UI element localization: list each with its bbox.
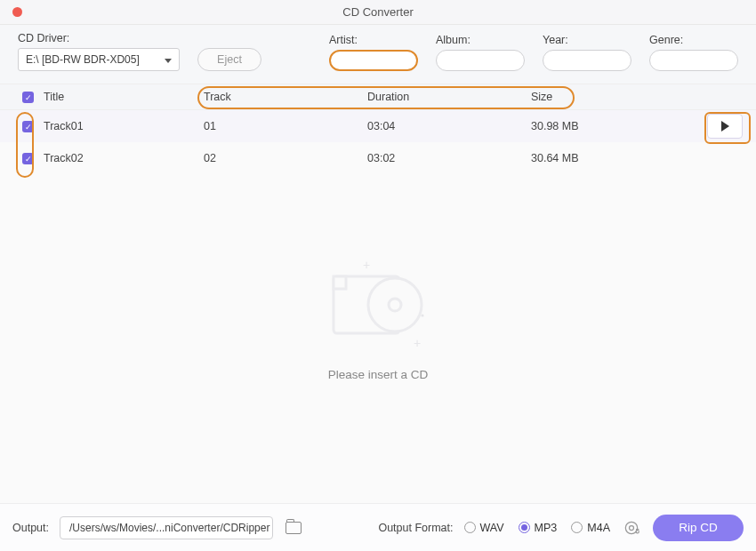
col-size: Size [531, 91, 664, 103]
radio-wav[interactable]: WAV [464, 522, 504, 534]
cell-duration: 03:02 [367, 152, 531, 164]
open-folder-button[interactable] [284, 518, 303, 538]
svg-point-9 [636, 530, 639, 532]
artist-group: Artist: [329, 34, 418, 71]
gear-icon [623, 519, 640, 537]
play-icon [721, 121, 729, 132]
drive-select[interactable]: E:\ [BD-RW BDR-XD05] [18, 48, 180, 71]
album-label: Album: [436, 34, 525, 46]
chevron-down-icon [165, 53, 172, 66]
year-label: Year: [543, 34, 631, 46]
year-input[interactable] [543, 50, 631, 71]
cell-duration: 03:04 [367, 120, 531, 132]
window-title: CD Converter [342, 5, 413, 19]
eject-button[interactable]: Eject [197, 48, 261, 71]
play-button[interactable] [707, 114, 743, 139]
cd-placeholder-icon: + + [320, 260, 436, 352]
col-track: Track [204, 91, 367, 103]
table-row[interactable]: ✓ Track01 01 03:04 30.98 MB [0, 110, 756, 142]
cell-track: 01 [204, 120, 367, 132]
row-checkbox[interactable]: ✓ [3, 120, 44, 133]
col-title: Title [44, 91, 204, 103]
format-group: WAV MP3 M4A [464, 522, 611, 534]
svg-text:+: + [414, 336, 421, 349]
svg-text:+: + [363, 260, 370, 272]
row-checkbox[interactable]: ✓ [3, 152, 44, 165]
empty-state: + + Please insert a CD [0, 174, 756, 467]
drive-group: CD Driver: E:\ [BD-RW BDR-XD05] [18, 32, 180, 71]
cell-size: 30.98 MB [531, 120, 664, 132]
check-icon: ✓ [22, 92, 34, 103]
folder-icon [286, 522, 302, 534]
album-group: Album: [436, 34, 525, 71]
rip-cd-button[interactable]: Rip CD [653, 515, 744, 541]
radio-icon [519, 522, 530, 533]
svg-point-5 [421, 314, 423, 316]
cell-title: Track02 [44, 152, 204, 164]
cell-title: Track01 [44, 120, 204, 132]
radio-icon [571, 522, 583, 533]
col-duration: Duration [367, 91, 531, 103]
radio-label: MP3 [535, 522, 558, 534]
genre-group: Genre: [649, 34, 738, 71]
table-header: ✓ Title Track Duration Size [0, 84, 756, 110]
drive-label: CD Driver: [18, 32, 180, 44]
svg-point-8 [630, 525, 634, 530]
cell-size: 30.64 MB [531, 152, 664, 164]
table-row[interactable]: ✓ Track02 02 03:02 30.64 MB [0, 142, 756, 174]
bottom-bar: Output: /Users/ws/Movies/...niConverter/… [0, 503, 756, 551]
radio-m4a[interactable]: M4A [571, 522, 610, 534]
metadata-bar: CD Driver: E:\ [BD-RW BDR-XD05] Eject Ar… [0, 25, 756, 84]
output-path[interactable]: /Users/ws/Movies/...niConverter/CDRipper [60, 516, 273, 539]
radio-label: M4A [587, 522, 610, 534]
close-icon[interactable] [12, 7, 22, 17]
title-bar: CD Converter [0, 0, 756, 25]
format-settings-button[interactable] [621, 517, 642, 539]
radio-icon [464, 522, 476, 533]
header-checkbox[interactable]: ✓ [3, 91, 44, 104]
check-icon: ✓ [22, 121, 34, 132]
drive-value: E:\ [BD-RW BDR-XD05] [26, 53, 140, 66]
output-label: Output: [12, 522, 49, 534]
cell-track: 02 [204, 152, 367, 164]
album-input[interactable] [436, 50, 525, 71]
artist-label: Artist: [329, 34, 418, 46]
svg-point-3 [368, 278, 422, 331]
artist-input[interactable] [329, 50, 418, 71]
genre-input[interactable] [649, 50, 738, 71]
empty-message: Please insert a CD [328, 368, 429, 381]
genre-label: Genre: [649, 34, 738, 46]
check-icon: ✓ [22, 153, 34, 164]
svg-rect-2 [334, 276, 346, 289]
format-label: Output Format: [378, 522, 453, 534]
spacer-label [197, 32, 261, 44]
eject-group: Eject [197, 32, 261, 71]
radio-mp3[interactable]: MP3 [519, 522, 558, 534]
radio-label: WAV [480, 522, 504, 534]
year-group: Year: [543, 34, 631, 71]
